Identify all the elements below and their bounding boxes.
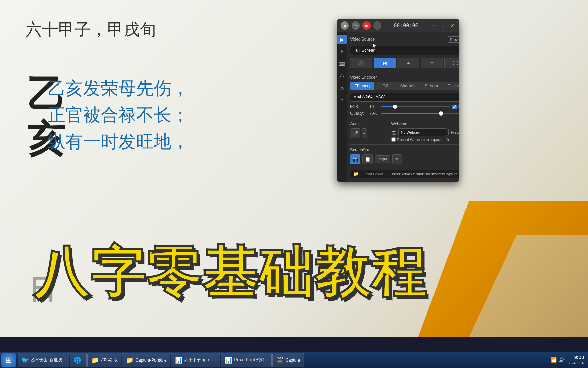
encoder-tabs: FFmpeg Gif SharpAvi Stream Discard [350, 82, 459, 90]
pencil-button[interactable]: ✏ [392, 154, 402, 164]
limit-checkbox[interactable] [452, 105, 457, 109]
source-buttons: 🎥 🖥 🖥 ▭ ⛶ [350, 58, 459, 68]
source-window-btn[interactable]: 🖥 [397, 58, 419, 68]
middle-text-block: 乙亥发荣母先伤， 正官被合禄不长； 纵有一时发旺地， [48, 75, 189, 155]
powerpoint-label: PowerPoint 幻灯... [234, 357, 268, 363]
fps-slider-thumb[interactable] [393, 105, 397, 109]
source-fullscreen-btn[interactable]: ⛶ [444, 58, 460, 68]
quality-slider-track[interactable] [381, 113, 459, 114]
sidebar-hotkey-icon[interactable]: ⌨ [337, 59, 347, 69]
folder-icon: 📁 [353, 171, 359, 177]
captura-main-panel: Video Source Preview Full Screen 🎥 🖥 🖥 ▭… [347, 32, 459, 182]
video-source-header: Video Source Preview [350, 35, 459, 44]
webcam-select[interactable]: No Webcam [398, 128, 447, 136]
captura-portable-label: Captura-Portable [135, 358, 166, 363]
taskbar-item-2024[interactable]: 📁 2024新版 [87, 353, 122, 367]
divider-3 [350, 144, 459, 145]
captura-body: ▶ 🖱 ⌨ ⏱ ⚙ ? Video Source Preview Full Sc… [337, 32, 459, 182]
taskbar-item-captura[interactable]: 🎬 Captura [272, 353, 304, 367]
record-separate-checkbox[interactable] [391, 137, 396, 142]
taskbar-item-captura-portable[interactable]: 📁 Captura-Portable [122, 353, 170, 367]
captura-portable-icon: 📁 [126, 356, 133, 364]
record-button[interactable]: ⏺ [362, 21, 371, 30]
timer-display: 00:00:00 [381, 22, 431, 29]
back-button[interactable]: ◀ [341, 21, 349, 30]
tab-sharpavi[interactable]: SharpAvi [397, 82, 420, 90]
quality-label: Quality: [350, 111, 367, 116]
quality-slider-thumb[interactable] [439, 111, 443, 116]
output-folder-label: Output Folder [361, 172, 383, 176]
clock-time: 9:00 [567, 354, 584, 361]
pptx-icon: 📊 [175, 356, 182, 364]
fps-label: FPS: [350, 104, 367, 109]
minimize-button[interactable]: ─ [431, 22, 437, 29]
tab-discard[interactable]: Discard [443, 82, 459, 90]
sidebar-video-icon[interactable]: ▶ [337, 35, 347, 44]
audio-label: Audio [350, 122, 388, 126]
source-display: Full Screen [350, 46, 459, 55]
limit-check: Limit [452, 104, 459, 109]
taskbar-clock: 9:00 2024/6/16 [567, 354, 584, 365]
output-path-text: C:\Users\Administrator\Documents\Captura [386, 172, 458, 176]
mic-button[interactable]: 🎤 [350, 128, 360, 138]
divider-2 [350, 119, 459, 119]
audio-webcam-row: Audio 🎤 ▼ Webcam 📷 No Webcam Preview [350, 122, 459, 142]
network-icon: 📶 [551, 357, 557, 363]
taskbar-item-pptx[interactable]: 📊 六十甲子.pptx - ... [171, 353, 220, 367]
audio-col: Audio 🎤 ▼ [350, 122, 388, 142]
captura-sidebar: ▶ 🖱 ⌨ ⏱ ⚙ ? [337, 32, 347, 182]
tab-stream[interactable]: Stream [420, 82, 443, 90]
webcam-icon: 📷 [391, 130, 396, 135]
fps-value: 10 [369, 104, 379, 109]
pause-button[interactable]: ⏸ [373, 21, 381, 30]
browser-icon: 🌐 [74, 356, 81, 364]
screenshot-clipboard-btn[interactable]: 📋 [362, 154, 373, 164]
fps-slider-track[interactable] [381, 106, 450, 107]
system-icons: 📶 🔊 [551, 357, 565, 363]
preview-button[interactable]: Preview [447, 36, 460, 43]
source-region-btn[interactable]: ▭ [421, 58, 443, 68]
webcam-select-row: 📷 No Webcam Preview [391, 128, 459, 136]
camera-button[interactable]: 📷 [352, 21, 360, 30]
clock-date: 2024/6/16 [567, 361, 584, 365]
source-screen-btn[interactable]: 🖥 [374, 58, 396, 68]
captura-icon: 🎬 [276, 356, 283, 364]
screenshot-capture-btn[interactable]: 📷 [350, 154, 360, 164]
windows-logo: ⊞ [5, 356, 12, 365]
mic-btn-row: 🎤 ▼ [350, 128, 388, 138]
start-button[interactable]: ⊞ [1, 353, 16, 367]
divider-4 [350, 167, 459, 167]
format-select[interactable]: Mp4 (x264 | AAC) [350, 93, 459, 102]
webcam-col: Webcam 📷 No Webcam Preview Record Webcam… [391, 122, 459, 142]
middle-line-2: 正官被合禄不长； [48, 102, 189, 128]
taskbar-item-powerpoint[interactable]: 📊 PowerPoint 幻灯... [221, 353, 272, 367]
close-button[interactable]: ✕ [448, 22, 456, 30]
sidebar-help-icon[interactable]: ? [337, 96, 347, 106]
baidu-label: 乙木长生_百度搜... [31, 357, 65, 363]
taskbar-right: 📶 🔊 9:00 2024/6/16 [551, 354, 587, 365]
tab-ffmpeg[interactable]: FFmpeg [350, 82, 374, 90]
quality-value: 70% [369, 111, 379, 116]
top-left-text: 六十甲子，甲戌旬 [26, 19, 156, 41]
taskbar-item-baidu[interactable]: 🐦 乙木长生_百度搜... [18, 353, 69, 367]
titlebar-left: ◀ 📷 ⏺ ⏸ [341, 21, 381, 30]
sidebar-settings-icon[interactable]: ⚙ [337, 84, 347, 93]
volume-icon: 🔊 [559, 357, 565, 363]
powerpoint-icon: 📊 [225, 356, 232, 364]
screenshot-row: 📷 📋 Imgur ✏ [350, 154, 459, 164]
folder2024-label: 2024新版 [101, 357, 118, 363]
sidebar-timer-icon[interactable]: ⏱ [337, 72, 347, 81]
tab-gif[interactable]: Gif [374, 82, 397, 90]
captura-window: ◀ 📷 ⏺ ⏸ 00:00:00 ─ ⌄ ✕ ▶ 🖱 ⌨ ⏱ ⚙ ? Video… [337, 19, 459, 182]
imgur-button[interactable]: Imgur [375, 155, 390, 163]
sidebar-mouse-icon[interactable]: 🖱 [337, 47, 347, 57]
record-separate-label: Record Webcam to separate file [397, 138, 451, 142]
divider-1 [350, 72, 459, 72]
dropdown-button[interactable]: ⌄ [439, 22, 446, 30]
source-camera-btn[interactable]: 🎥 [350, 58, 372, 68]
mic-dropdown[interactable]: ▼ [362, 128, 367, 138]
taskbar-item-browser[interactable]: 🌐 [70, 353, 87, 367]
webcam-label: Webcam [391, 122, 459, 126]
taskbar: ⊞ 🐦 乙木长生_百度搜... 🌐 📁 2024新版 📁 Captura-Por… [0, 352, 588, 368]
webcam-preview-button[interactable]: Preview [448, 129, 460, 135]
